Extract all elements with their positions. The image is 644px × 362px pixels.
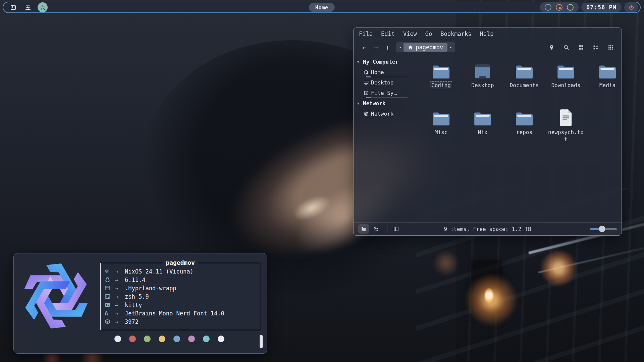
folder-pane-icon: [361, 226, 366, 232]
arrow-icon: →: [115, 277, 125, 283]
workspace-6[interactable]: [38, 2, 48, 12]
path-tab-home[interactable]: pagedmov: [404, 43, 447, 52]
path-bar: ◂ pagedmov ▸: [396, 42, 455, 52]
tree-pane-button[interactable]: [371, 224, 382, 234]
file-label: Downloads: [550, 81, 582, 89]
fetch-hostname: pagedmov: [162, 259, 198, 266]
fetch-box: pagedmov ❄→NixOS 24.11 (Vicuna)→6.11.4→.…: [100, 263, 260, 330]
terminal-window: pagedmov ❄→NixOS 24.11 (Vicuna)→6.11.4→.…: [13, 253, 267, 354]
nix-icon: ❄: [105, 268, 115, 275]
fetch-value: NixOS 24.11 (Vicuna): [125, 268, 255, 275]
sidebar-item-network[interactable]: Network: [354, 109, 410, 119]
shell-icon: [105, 294, 115, 299]
file-misc[interactable]: Misc: [420, 109, 462, 156]
tree-icon: [374, 226, 379, 232]
fetch-value: JetBrains Mono Nerd Font 14.0: [125, 310, 255, 317]
search-icon[interactable]: [564, 45, 569, 50]
focused-window-title: Home: [309, 3, 335, 12]
indicator-orange[interactable]: [556, 4, 562, 11]
workspace-5[interactable]: [23, 2, 33, 12]
side-pane-icon: [393, 226, 399, 232]
file-label: Misc: [433, 128, 449, 136]
file-coding[interactable]: Coding: [420, 62, 462, 109]
folder-icon: [431, 64, 451, 79]
back-button[interactable]: ←: [359, 44, 370, 51]
shell-icon: [105, 294, 110, 299]
sidebar-item-desktop[interactable]: Desktop: [354, 77, 410, 88]
sidebar-item-file-sy-[interactable]: File Sy…: [354, 88, 410, 98]
palette-dot-6: [203, 336, 210, 342]
arrow-icon: →: [115, 318, 125, 325]
zoom-slider[interactable]: [590, 228, 617, 230]
tux-icon: [105, 277, 115, 283]
menu-go[interactable]: Go: [425, 31, 432, 37]
palette-dot-1: [129, 336, 136, 342]
fetch-row: →3972: [105, 317, 255, 326]
system-tray: [540, 2, 579, 12]
location-icon[interactable]: [549, 45, 554, 50]
palette-dot-2: [144, 336, 151, 342]
palette-dot-0: [114, 336, 121, 342]
indicator-green[interactable]: [567, 4, 574, 11]
file-desktop[interactable]: Desktop: [462, 62, 503, 109]
file-label: Desktop: [470, 81, 495, 89]
up-button[interactable]: ↑: [382, 44, 393, 51]
workspace-4[interactable]: [8, 2, 18, 12]
menu-file[interactable]: File: [359, 31, 373, 37]
forward-button[interactable]: →: [370, 44, 382, 51]
wm-icon: [105, 285, 110, 291]
list-view-icon[interactable]: [593, 45, 599, 50]
palette-dot-7: [218, 336, 224, 342]
kitty-icon: [105, 302, 110, 308]
arrow-icon: →: [115, 293, 125, 300]
globe-icon: [364, 111, 369, 116]
menu-edit[interactable]: Edit: [381, 31, 395, 37]
font-icon: A: [105, 310, 115, 317]
fetch-row: →kitty: [105, 301, 255, 309]
palette-dot-5: [188, 336, 195, 342]
menu-bookmarks[interactable]: Bookmarks: [440, 31, 471, 37]
toolbar: ← → ↑ ◂ pagedmov ▸: [354, 40, 622, 55]
compact-view-icon[interactable]: [608, 45, 613, 50]
menu-help[interactable]: Help: [480, 31, 493, 37]
terminal-color-palette: [114, 336, 260, 342]
sidebar-section-my-computer[interactable]: ▼My Computer: [354, 57, 410, 67]
fetch-value: zsh 5.9: [125, 293, 255, 300]
clock[interactable]: 07:56 PM: [581, 3, 622, 12]
fetch-row: ❄→NixOS 24.11 (Vicuna): [105, 267, 255, 276]
folder-icon: [598, 64, 617, 79]
status-divider: [387, 225, 387, 233]
places-pane-button[interactable]: [358, 224, 369, 234]
file-downloads[interactable]: Downloads: [545, 62, 587, 109]
toggle-side-pane-button[interactable]: [391, 224, 401, 234]
file-label: Nix: [477, 128, 489, 136]
sidebar-section-network[interactable]: ▼Network: [354, 98, 410, 109]
file-documents[interactable]: Documents: [503, 62, 545, 109]
file-nix[interactable]: Nix: [462, 109, 503, 156]
folder-icon: [431, 111, 451, 126]
file-repos[interactable]: repos: [503, 109, 545, 156]
workspace-switcher: [8, 2, 48, 12]
path-tab-label: pagedmov: [416, 44, 443, 51]
fetch-row: →.Hyprland-wrapp: [105, 284, 255, 292]
arrow-icon: →: [115, 310, 125, 317]
collapse-caret-icon: ▼: [357, 60, 361, 64]
path-scroll-left-icon[interactable]: ◂: [397, 45, 404, 50]
file-grid: CodingDesktopDocumentsDownloadsMediaMisc…: [410, 55, 632, 222]
indicator-blue[interactable]: [545, 4, 551, 11]
fastfetch-output: pagedmov ❄→NixOS 24.11 (Vicuna)→6.11.4→.…: [98, 253, 267, 353]
zoom-slider-knob[interactable]: [599, 226, 605, 232]
file-media[interactable]: Media: [587, 62, 628, 109]
power-button[interactable]: [624, 2, 638, 12]
tux-icon: [105, 277, 110, 283]
top-bar: Home 07:56 PM: [3, 2, 641, 13]
path-scroll-right-icon[interactable]: ▸: [447, 45, 454, 50]
status-text: 9 items, Free space: 1.2 TB: [444, 226, 531, 232]
sidebar-item-home[interactable]: Home: [354, 67, 410, 77]
places-sidebar: ▼My ComputerHomeDesktopFile Sy…▼NetworkN…: [354, 55, 410, 222]
menu-view[interactable]: View: [403, 31, 417, 37]
fetch-row: →zsh 5.9: [105, 292, 255, 301]
icon-view-icon[interactable]: [578, 45, 584, 50]
file-newpsych-txt[interactable]: newpsych.txt: [545, 109, 587, 156]
packages-icon: [105, 319, 115, 324]
